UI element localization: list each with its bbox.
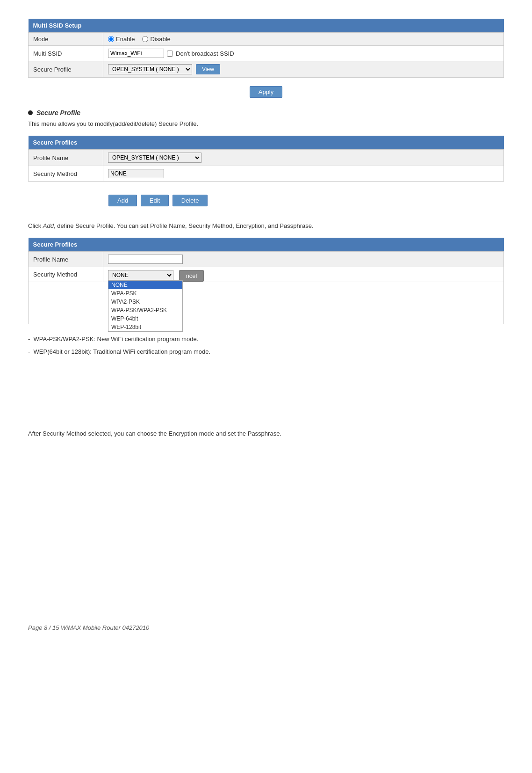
ssid-input[interactable]	[108, 49, 164, 58]
delete-button[interactable]: Delete	[173, 195, 208, 206]
security-method-label-1: Security Method	[29, 166, 103, 182]
multi-ssid-label: Multi SSID	[29, 46, 103, 61]
broadcast-ssid-label: Don't broadcast SSID	[176, 50, 234, 57]
add-description: Click Add, define Secure Profile. You ca…	[28, 222, 504, 229]
secure-profile-select[interactable]: OPEN_SYSTEM ( NONE )	[108, 64, 192, 74]
broadcast-ssid-checkbox[interactable]	[167, 51, 173, 57]
multi-ssid-value: Don't broadcast SSID	[103, 46, 504, 61]
disable-radio[interactable]	[142, 36, 148, 42]
table-row: Security Method	[29, 166, 504, 182]
add-button[interactable]: Add	[108, 195, 137, 206]
profile-name-input[interactable]	[108, 255, 183, 264]
ssid-group: Don't broadcast SSID	[108, 49, 499, 58]
cancel-area: ncel	[179, 272, 204, 279]
secure-profiles-title-1: Secure Profiles	[29, 136, 504, 150]
enable-radio-item: Enable	[108, 36, 135, 43]
mode-value: Enable Disable	[103, 33, 504, 46]
enable-radio[interactable]	[108, 36, 114, 42]
footer: Page 8 / 15 WiMAX Mobile Router 04272010	[28, 624, 504, 631]
security-method-select[interactable]: NONE	[108, 270, 173, 280]
mode-radio-group: Enable Disable	[108, 36, 499, 43]
secure-profiles-table-1: Secure Profiles Profile Name OPEN_SYSTEM…	[28, 136, 504, 182]
secure-profiles-section-2: Secure Profiles Profile Name Security Me…	[28, 238, 504, 324]
dropdown-option-wep-64bit[interactable]: WEP-64bit	[108, 314, 182, 323]
dropdown-option-none[interactable]: NONE	[108, 281, 182, 289]
apply-button[interactable]: Apply	[250, 86, 283, 98]
secure-profile-group: OPEN_SYSTEM ( NONE ) View	[108, 64, 499, 74]
secure-profile-label: Secure Profile	[29, 61, 103, 78]
dropdown-option-wpa2-psk[interactable]: WPA2-PSK	[108, 298, 182, 306]
dropdown-option-wpa-psk-wpa2-psk[interactable]: WPA-PSK/WPA2-PSK	[108, 306, 182, 314]
secure-profiles-title-2: Secure Profiles	[29, 238, 504, 252]
table-row-spacer	[29, 282, 504, 324]
secure-profiles-table-2: Secure Profiles Profile Name Security Me…	[28, 238, 504, 324]
mode-label: Mode	[29, 33, 103, 46]
table-row: Profile Name OPEN_SYSTEM ( NONE )	[29, 150, 504, 166]
edit-button[interactable]: Edit	[141, 195, 169, 206]
profile-name-select[interactable]: OPEN_SYSTEM ( NONE )	[108, 153, 201, 163]
bullet-section: Secure Profile	[28, 109, 504, 117]
security-method-input-1	[108, 169, 164, 178]
bullet-dot-icon	[28, 110, 33, 115]
dropdown-option-wpa-psk[interactable]: WPA-PSK	[108, 289, 182, 298]
table-row: Multi SSID Don't broadcast SSID	[29, 46, 504, 61]
security-method-value-2: NONE NONE WPA-PSK WPA2-PSK WPA-PSK/WPA2-…	[103, 267, 504, 282]
dropdown-option-wep-128bit[interactable]: WEP-128bit	[108, 323, 182, 331]
profile-name-value-2	[103, 252, 504, 267]
notes-section: - WPA-PSK/WPA2-PSK: New WiFi certificati…	[28, 335, 504, 355]
footer-text: Page 8 / 15 WiMAX Mobile Router 04272010	[28, 624, 149, 631]
security-method-list: NONE WPA-PSK WPA2-PSK WPA-PSK/WPA2-PSK W…	[108, 280, 183, 332]
table-row: Security Method NONE NONE WPA-PSK WPA2-P…	[29, 267, 504, 282]
view-button[interactable]: View	[196, 64, 220, 74]
enable-label: Enable	[116, 36, 135, 43]
note-1: - WPA-PSK/WPA2-PSK: New WiFi certificati…	[28, 335, 504, 343]
table-row: Mode Enable Disable	[29, 33, 504, 46]
table-row: Profile Name	[29, 252, 504, 267]
bullet-label: Secure Profile	[36, 109, 80, 117]
secure-profiles-section-1: Secure Profiles Profile Name OPEN_SYSTEM…	[28, 136, 504, 211]
after-text: After Security Method selected, you can …	[28, 430, 504, 437]
profile-name-label-2: Profile Name	[29, 252, 103, 267]
multi-ssid-setup-table: Multi SSID Setup Mode Enable Disable	[28, 19, 504, 78]
security-method-dropdown[interactable]: NONE NONE WPA-PSK WPA2-PSK WPA-PSK/WPA2-…	[108, 270, 173, 280]
security-method-label-2: Security Method	[29, 267, 103, 282]
profile-name-label-1: Profile Name	[29, 150, 103, 166]
secure-profile-value: OPEN_SYSTEM ( NONE ) View	[103, 61, 504, 78]
disable-radio-item: Disable	[142, 36, 170, 43]
bullet-description: This menu allows you to modify(add/edit/…	[28, 120, 504, 127]
security-method-value-1	[103, 166, 504, 182]
note-2: - WEP(64bit or 128bit): Traditional WiFi…	[28, 348, 504, 355]
disable-label: Disable	[150, 36, 170, 43]
multi-ssid-setup-title: Multi SSID Setup	[29, 19, 504, 33]
table-row: Secure Profile OPEN_SYSTEM ( NONE ) View	[29, 61, 504, 78]
apply-wrap: Apply	[28, 86, 504, 98]
actions-row-1: Add Edit Delete	[28, 190, 504, 211]
profile-name-value-1: OPEN_SYSTEM ( NONE )	[103, 150, 504, 166]
